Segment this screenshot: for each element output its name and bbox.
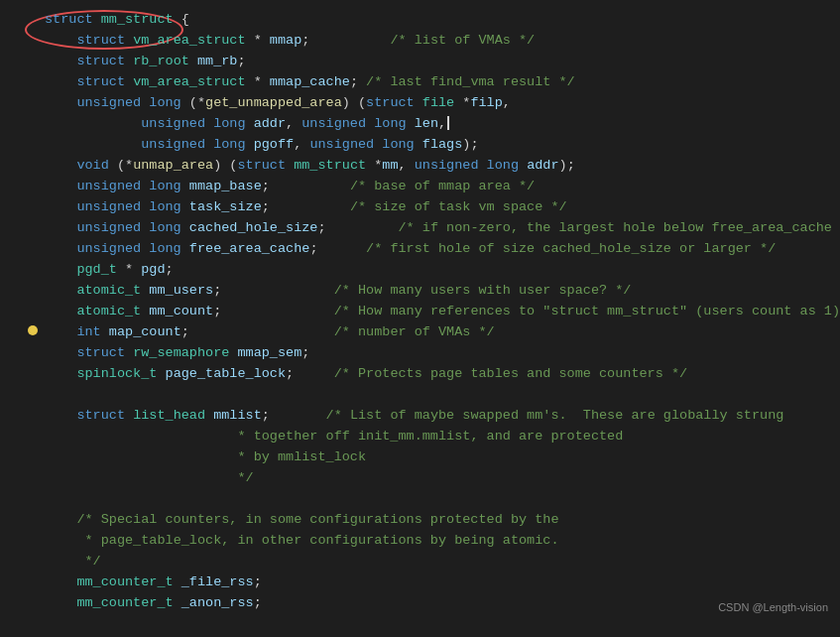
code-line-9: unsigned long mmap_base; /* base of mmap… (0, 177, 840, 197)
code-line-5: unsigned long (*get_unmapped_area) (stru… (0, 93, 840, 114)
code-line-6: unsigned long addr, unsigned long len, (0, 114, 840, 135)
code-line-4: struct vm_area_struct * mmap_cache; /* l… (0, 72, 840, 93)
code-line-2: struct vm_area_struct * mmap; /* list of… (0, 31, 840, 52)
code-line-19 (0, 385, 840, 406)
code-line-13: pgd_t * pgd; (0, 260, 840, 281)
code-line-20: struct list_head mmlist; /* List of mayb… (0, 406, 840, 427)
code-line-8: void (*unmap_area) (struct mm_struct *mm… (0, 156, 840, 177)
code-line-28: mm_counter_t _file_rss; (0, 573, 840, 593)
code-line-14: atomic_t mm_users; /* How many users wit… (0, 281, 840, 302)
code-line-22: * by mmlist_lock (0, 447, 840, 468)
watermark: CSDN @Length-vision (718, 599, 828, 616)
yellow-dot-indicator (28, 325, 38, 335)
code-line-1: struct mm_struct { (0, 10, 840, 31)
code-line-3: struct rb_root mm_rb; (0, 52, 840, 72)
code-line-17: struct rw_semaphore mmap_sem; (0, 343, 840, 364)
code-line-24 (0, 489, 840, 510)
code-line-18: spinlock_t page_table_lock; /* Protects … (0, 364, 840, 385)
code-line-15: atomic_t mm_count; /* How many reference… (0, 302, 840, 322)
code-line-21: * together off init_mm.mmlist, and are p… (0, 427, 840, 447)
code-container: struct mm_struct { struct vm_area_struct… (0, 0, 840, 624)
code-line-29: mm_counter_t _anon_rss; (0, 593, 840, 614)
code-line-16: int map_count; /* number of VMAs */ (0, 322, 840, 343)
code-line-12: unsigned long free_area_cache; /* first … (0, 239, 840, 260)
code-line-10: unsigned long task_size; /* size of task… (0, 197, 840, 218)
code-line-23: */ (0, 468, 840, 489)
code-line-27: */ (0, 552, 840, 573)
code-line-26: * page_table_lock, in other configuratio… (0, 531, 840, 552)
code-line-11: unsigned long cached_hole_size; /* if no… (0, 218, 840, 239)
code-line-7: unsigned long pgoff, unsigned long flags… (0, 135, 840, 156)
code-line-25: /* Special counters, in some configurati… (0, 510, 840, 531)
